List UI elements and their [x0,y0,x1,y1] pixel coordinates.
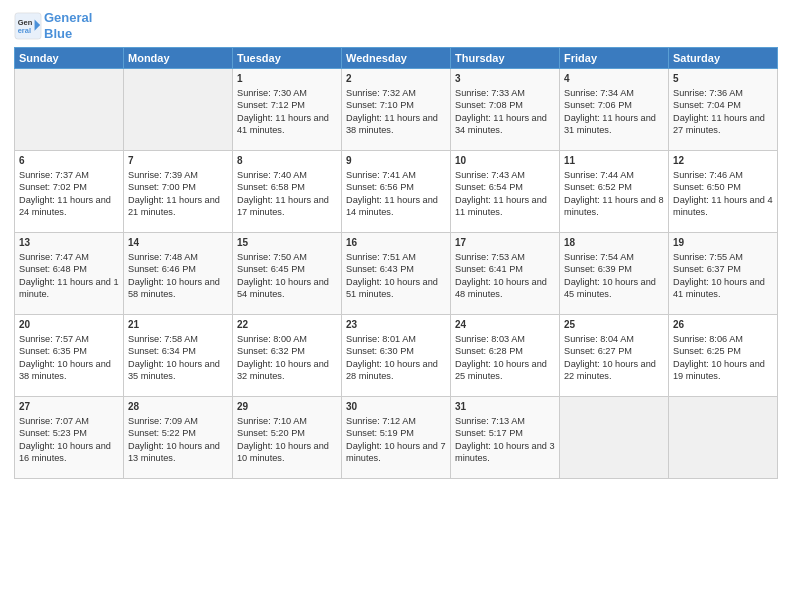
cell-week3-day2: 15Sunrise: 7:50 AMSunset: 6:45 PMDayligh… [233,233,342,315]
day-number: 20 [19,318,119,332]
day-number: 10 [455,154,555,168]
day-info-line: Sunset: 5:19 PM [346,427,446,439]
day-number: 3 [455,72,555,86]
cell-week5-day0: 27Sunrise: 7:07 AMSunset: 5:23 PMDayligh… [15,397,124,479]
day-info-line: Daylight: 11 hours and 27 minutes. [673,112,773,137]
cell-week4-day1: 21Sunrise: 7:58 AMSunset: 6:34 PMDayligh… [124,315,233,397]
day-info-line: Sunset: 6:27 PM [564,345,664,357]
cell-week5-day6 [669,397,778,479]
day-info-line: Daylight: 10 hours and 19 minutes. [673,358,773,383]
header: Gen eral GeneralBlue [14,10,778,41]
weekday-header-sunday: Sunday [15,48,124,69]
day-number: 13 [19,236,119,250]
day-number: 1 [237,72,337,86]
day-info-line: Sunset: 7:00 PM [128,181,228,193]
day-info-line: Sunset: 5:20 PM [237,427,337,439]
day-number: 8 [237,154,337,168]
day-info-line: Sunset: 6:56 PM [346,181,446,193]
day-info-line: Sunrise: 8:06 AM [673,333,773,345]
cell-week5-day5 [560,397,669,479]
day-info-line: Sunrise: 7:48 AM [128,251,228,263]
day-info-line: Sunrise: 7:33 AM [455,87,555,99]
day-info-line: Sunset: 6:46 PM [128,263,228,275]
day-info-line: Daylight: 11 hours and 34 minutes. [455,112,555,137]
logo-icon: Gen eral [14,12,42,40]
day-info-line: Daylight: 11 hours and 14 minutes. [346,194,446,219]
cell-week4-day2: 22Sunrise: 8:00 AMSunset: 6:32 PMDayligh… [233,315,342,397]
day-info-line: Sunrise: 7:50 AM [237,251,337,263]
day-info-line: Sunrise: 7:53 AM [455,251,555,263]
day-info-line: Sunrise: 7:44 AM [564,169,664,181]
day-info-line: Sunset: 6:48 PM [19,263,119,275]
day-number: 16 [346,236,446,250]
day-info-line: Daylight: 10 hours and 32 minutes. [237,358,337,383]
day-info-line: Daylight: 11 hours and 41 minutes. [237,112,337,137]
cell-week1-day0 [15,69,124,151]
day-info-line: Sunrise: 7:54 AM [564,251,664,263]
day-info-line: Daylight: 11 hours and 17 minutes. [237,194,337,219]
day-info-line: Sunrise: 7:32 AM [346,87,446,99]
cell-week5-day4: 31Sunrise: 7:13 AMSunset: 5:17 PMDayligh… [451,397,560,479]
day-number: 28 [128,400,228,414]
day-info-line: Sunset: 6:52 PM [564,181,664,193]
day-info-line: Sunset: 6:32 PM [237,345,337,357]
day-info-line: Sunrise: 7:34 AM [564,87,664,99]
weekday-header-thursday: Thursday [451,48,560,69]
day-info-line: Daylight: 10 hours and 13 minutes. [128,440,228,465]
day-info-line: Daylight: 10 hours and 54 minutes. [237,276,337,301]
day-info-line: Daylight: 10 hours and 7 minutes. [346,440,446,465]
day-number: 26 [673,318,773,332]
day-number: 19 [673,236,773,250]
day-number: 5 [673,72,773,86]
svg-text:eral: eral [18,26,31,35]
day-info-line: Sunrise: 7:58 AM [128,333,228,345]
cell-week2-day3: 9Sunrise: 7:41 AMSunset: 6:56 PMDaylight… [342,151,451,233]
cell-week2-day1: 7Sunrise: 7:39 AMSunset: 7:00 PMDaylight… [124,151,233,233]
cell-week1-day1 [124,69,233,151]
day-number: 2 [346,72,446,86]
day-number: 22 [237,318,337,332]
day-info-line: Daylight: 10 hours and 48 minutes. [455,276,555,301]
day-info-line: Sunrise: 7:47 AM [19,251,119,263]
day-info-line: Daylight: 11 hours and 11 minutes. [455,194,555,219]
day-info-line: Daylight: 11 hours and 31 minutes. [564,112,664,137]
day-info-line: Sunrise: 7:57 AM [19,333,119,345]
day-info-line: Daylight: 10 hours and 3 minutes. [455,440,555,465]
day-info-line: Daylight: 10 hours and 51 minutes. [346,276,446,301]
day-info-line: Daylight: 11 hours and 21 minutes. [128,194,228,219]
weekday-header-row: SundayMondayTuesdayWednesdayThursdayFrid… [15,48,778,69]
day-info-line: Sunrise: 7:12 AM [346,415,446,427]
day-number: 6 [19,154,119,168]
day-info-line: Sunset: 7:02 PM [19,181,119,193]
day-info-line: Sunrise: 7:07 AM [19,415,119,427]
weekday-header-friday: Friday [560,48,669,69]
day-info-line: Sunset: 5:22 PM [128,427,228,439]
day-number: 15 [237,236,337,250]
day-number: 7 [128,154,228,168]
day-number: 25 [564,318,664,332]
day-info-line: Sunrise: 7:41 AM [346,169,446,181]
day-number: 29 [237,400,337,414]
day-number: 18 [564,236,664,250]
logo-text: GeneralBlue [44,10,92,41]
day-number: 30 [346,400,446,414]
day-info-line: Daylight: 10 hours and 10 minutes. [237,440,337,465]
day-info-line: Sunset: 5:23 PM [19,427,119,439]
day-info-line: Sunrise: 8:03 AM [455,333,555,345]
day-info-line: Daylight: 11 hours and 8 minutes. [564,194,664,219]
weekday-header-monday: Monday [124,48,233,69]
week-row-5: 27Sunrise: 7:07 AMSunset: 5:23 PMDayligh… [15,397,778,479]
day-number: 31 [455,400,555,414]
day-info-line: Daylight: 11 hours and 24 minutes. [19,194,119,219]
day-number: 4 [564,72,664,86]
cell-week2-day5: 11Sunrise: 7:44 AMSunset: 6:52 PMDayligh… [560,151,669,233]
day-info-line: Sunset: 6:30 PM [346,345,446,357]
cell-week3-day1: 14Sunrise: 7:48 AMSunset: 6:46 PMDayligh… [124,233,233,315]
day-info-line: Sunrise: 7:36 AM [673,87,773,99]
day-info-line: Daylight: 11 hours and 38 minutes. [346,112,446,137]
cell-week3-day3: 16Sunrise: 7:51 AMSunset: 6:43 PMDayligh… [342,233,451,315]
cell-week4-day6: 26Sunrise: 8:06 AMSunset: 6:25 PMDayligh… [669,315,778,397]
day-info-line: Sunrise: 7:39 AM [128,169,228,181]
day-info-line: Sunrise: 7:09 AM [128,415,228,427]
day-info-line: Sunrise: 7:37 AM [19,169,119,181]
